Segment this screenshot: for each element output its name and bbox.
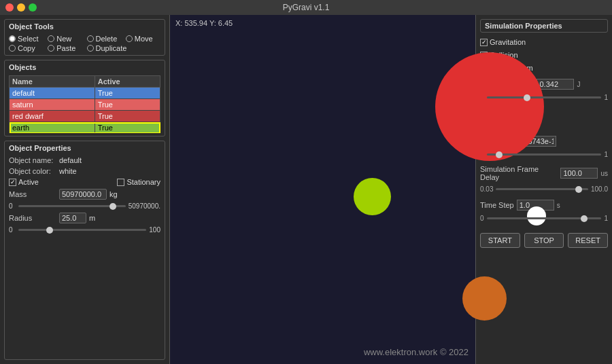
time-step-label: Time Step xyxy=(480,201,514,209)
collision-losses-unit: J xyxy=(577,81,580,88)
table-row[interactable]: earth True xyxy=(10,122,160,134)
copy-radio[interactable] xyxy=(9,45,16,52)
select-label: Select xyxy=(18,35,39,43)
frame-delay-label: Simulation Frame Delay xyxy=(480,165,558,181)
table-row[interactable]: default True xyxy=(10,88,160,99)
stationary-label: Stationary xyxy=(126,178,160,186)
props-title: Object Properties xyxy=(9,144,160,152)
coords-display: X: 535.94 Y: 6.45 xyxy=(175,19,233,27)
reset-button[interactable]: RESET xyxy=(568,233,608,248)
collision-losses-slider[interactable] xyxy=(487,96,602,98)
mass-slider[interactable] xyxy=(18,205,126,207)
tool-duplicate[interactable]: Duplicate xyxy=(87,44,161,52)
time-step-slider[interactable] xyxy=(487,217,602,219)
frame-delay-slider[interactable] xyxy=(496,188,588,190)
object-properties-section: Object Properties Object name: default O… xyxy=(4,141,165,360)
object-tools-title: Object Tools xyxy=(9,22,160,31)
duplicate-radio[interactable] xyxy=(87,45,94,52)
select-radio[interactable] xyxy=(9,35,16,42)
prop-name-value: default xyxy=(59,156,82,164)
paste-radio[interactable] xyxy=(48,45,54,52)
simulation-canvas[interactable]: X: 535.94 Y: 6.45 www.elektron.work © 20… xyxy=(170,15,476,364)
prop-color-row: Object color: white xyxy=(9,167,160,175)
obj-active: True xyxy=(95,111,160,122)
mass-row: Mass kg xyxy=(9,189,160,200)
stationary-checkbox[interactable]: Stationary xyxy=(117,178,160,186)
prop-name-label: Object name: xyxy=(9,156,56,164)
collision-losses-input[interactable] xyxy=(537,79,574,90)
radius-slider-thumb[interactable] xyxy=(46,227,53,234)
collision-losses-thumb[interactable] xyxy=(524,94,530,101)
sim-props-title: Simulation Properties xyxy=(480,19,608,33)
stop-button[interactable]: STOP xyxy=(524,233,564,248)
fd-max: 100.0 xyxy=(591,185,608,193)
gravitation-box[interactable] xyxy=(480,39,488,46)
active-box[interactable] xyxy=(9,179,16,186)
window-controls[interactable] xyxy=(5,3,37,12)
tool-delete[interactable]: Delete xyxy=(87,35,122,43)
frame-delay-input[interactable] xyxy=(560,168,598,179)
table-row[interactable]: red dwarf True xyxy=(10,111,160,122)
white-planet[interactable] xyxy=(527,206,546,225)
frame-delay-thumb[interactable] xyxy=(575,186,582,193)
stationary-box[interactable] xyxy=(117,179,124,186)
mass-slider-row: 0 50970000. xyxy=(9,202,160,210)
ts-min: 0 xyxy=(480,215,484,222)
prop-name-row: Object name: default xyxy=(9,156,160,164)
objects-table: Name Active default True saturn True xyxy=(9,75,160,133)
tool-paste[interactable]: Paste xyxy=(48,44,82,52)
prop-color-value: white xyxy=(59,167,77,175)
radius-max: 100 xyxy=(149,226,160,234)
mass-slider-thumb[interactable] xyxy=(109,203,116,210)
time-step-thumb[interactable] xyxy=(581,215,588,222)
red-planet[interactable] xyxy=(435,52,544,161)
tool-new[interactable]: New xyxy=(48,35,82,43)
obj-name: red dwarf xyxy=(10,111,95,122)
new-radio[interactable] xyxy=(48,35,54,42)
radius-input[interactable] xyxy=(59,213,86,223)
tool-move[interactable]: Move xyxy=(126,35,160,43)
frame-delay-unit: us xyxy=(600,170,608,177)
minimize-button[interactable] xyxy=(17,3,25,12)
radius-row: Radius m xyxy=(9,213,160,223)
obj-active: True xyxy=(95,88,160,99)
maximize-button[interactable] xyxy=(29,3,37,12)
green-planet[interactable] xyxy=(354,178,391,215)
paste-label: Paste xyxy=(56,44,75,52)
window-title: PyGravi v1.1 xyxy=(283,3,330,12)
tool-copy[interactable]: Copy xyxy=(9,44,44,52)
active-checkbox[interactable]: Active xyxy=(9,178,39,186)
radius-label: Radius xyxy=(9,214,56,222)
main-layout: Object Tools Select New Delete Move xyxy=(0,15,612,364)
close-button[interactable] xyxy=(5,3,14,12)
obj-active: True xyxy=(95,122,160,134)
gravitation-checkbox[interactable]: Gravitation xyxy=(480,38,608,46)
fd-min: 0.03 xyxy=(480,185,493,193)
mass-input[interactable] xyxy=(59,189,107,200)
objects-area: Name Active default True saturn True xyxy=(9,75,160,133)
obj-active: True xyxy=(95,99,160,111)
mass-max: 50970000. xyxy=(129,202,160,210)
radius-slider[interactable] xyxy=(18,229,146,231)
left-panel: Object Tools Select New Delete Move xyxy=(0,15,170,364)
time-step-unit: s xyxy=(557,202,560,209)
gravitation-thumb[interactable] xyxy=(496,151,503,158)
move-radio[interactable] xyxy=(126,35,133,42)
mass-min: 0 xyxy=(9,202,16,210)
mass-label: Mass xyxy=(9,190,56,198)
radius-unit: m xyxy=(89,214,95,222)
radius-slider-row: 0 100 xyxy=(9,226,160,234)
new-label: New xyxy=(56,35,71,43)
active-stationary-row: Active Stationary xyxy=(9,178,160,186)
watermark: www.elektron.work © 2022 xyxy=(364,347,469,357)
delete-label: Delete xyxy=(96,35,118,43)
delete-radio[interactable] xyxy=(87,35,94,42)
gravitation-slider[interactable] xyxy=(487,153,602,156)
tool-select[interactable]: Select xyxy=(9,35,44,43)
orange-planet[interactable] xyxy=(462,276,507,321)
start-button[interactable]: START xyxy=(480,233,520,248)
move-label: Move xyxy=(135,35,153,43)
table-row[interactable]: saturn True xyxy=(10,99,160,111)
g-max: 1 xyxy=(604,151,608,158)
gravitation-slider-container: 0 1 xyxy=(480,151,608,158)
